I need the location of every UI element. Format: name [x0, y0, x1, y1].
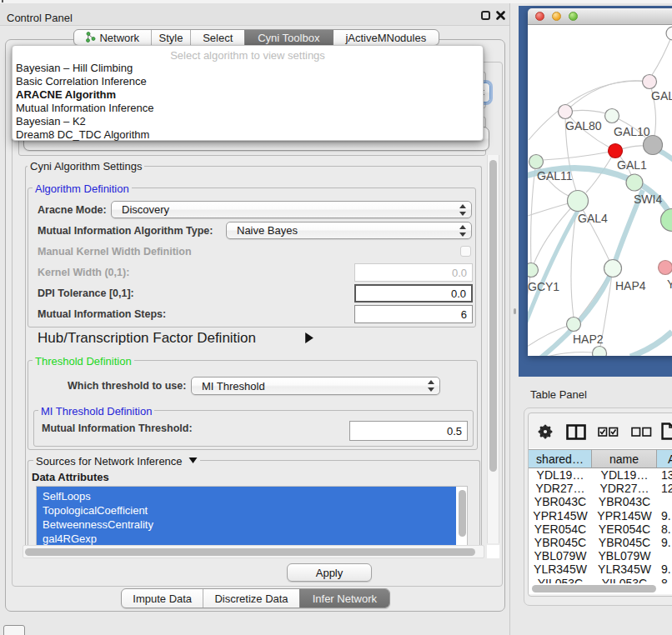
- unchecked-boxes-icon[interactable]: [631, 427, 652, 437]
- settings-vertical-scrollbar-thumb[interactable]: [489, 160, 497, 472]
- network-edge-thick[interactable]: [630, 332, 672, 356]
- table-cell[interactable]: YER054C: [529, 522, 592, 536]
- aracne-mode-combo[interactable]: Discovery: [111, 201, 472, 218]
- network-edge[interactable]: [652, 33, 672, 75]
- network-node[interactable]: [661, 209, 672, 232]
- tab-infer-network[interactable]: Infer Network: [299, 589, 389, 608]
- network-edge[interactable]: [528, 352, 594, 356]
- table-cell[interactable]: YER054C: [592, 522, 657, 536]
- network-edge[interactable]: [528, 203, 569, 218]
- mi-steps-field[interactable]: 6: [354, 305, 473, 323]
- network-node[interactable]: [609, 144, 623, 158]
- table-cell[interactable]: YBR043C: [529, 495, 592, 508]
- combo-arrows-icon: [459, 204, 466, 216]
- table-cell[interactable]: YLR345W: [529, 562, 592, 576]
- dropdown-item[interactable]: Basic Correlation Inference: [15, 75, 474, 88]
- tab-jactivemnodules[interactable]: jActiveMNodules: [333, 30, 439, 45]
- checked-boxes-icon[interactable]: [598, 427, 619, 437]
- network-window-titlebar[interactable]: [528, 8, 672, 25]
- data-attributes-list[interactable]: SelfLoopsTopologicalCoefficientBetweenne…: [36, 486, 468, 547]
- settings-horizontal-scrollbar[interactable]: [23, 545, 484, 558]
- table-cell[interactable]: YBR045C: [529, 536, 592, 549]
- data-attributes-label: Data Attributes: [32, 471, 109, 483]
- network-node[interactable]: [567, 318, 581, 332]
- mi-type-combo[interactable]: Naive Bayes: [226, 222, 472, 239]
- data-attribute-item[interactable]: TopologicalCoefficient: [43, 504, 148, 517]
- network-canvas[interactable]: GALGAL80GAL10GAL1GAL11SWI4GAL4GCY1HAP4YH…: [528, 25, 672, 356]
- network-node[interactable]: [528, 263, 539, 278]
- kernel-width-field[interactable]: 0.0: [354, 263, 473, 282]
- zoom-traffic-light-icon[interactable]: [569, 12, 578, 21]
- network-node[interactable]: [643, 75, 657, 89]
- table-cell[interactable]: YDL19…: [592, 468, 657, 482]
- table-cell[interactable]: YBL079W: [592, 549, 657, 562]
- network-node[interactable]: [559, 105, 573, 119]
- table-cell[interactable]: YLR345W: [592, 562, 657, 576]
- tab-select[interactable]: Select: [190, 30, 244, 45]
- table-cell[interactable]: YBR045C: [592, 536, 657, 549]
- bottom-left-button[interactable]: [3, 625, 25, 635]
- document-icon[interactable]: [661, 422, 672, 440]
- dropdown-item[interactable]: ARACNE Algorithm: [15, 88, 474, 102]
- expand-right-icon[interactable]: [303, 332, 314, 344]
- network-edge[interactable]: [543, 151, 615, 160]
- table-cell[interactable]: YBR043C: [592, 495, 657, 508]
- control-panel-titlebar[interactable]: Control Panel: [0, 3, 510, 26]
- algorithm-dropdown-placeholder: Select algorithm to view settings: [13, 49, 483, 62]
- table-column-header[interactable]: A: [657, 449, 672, 468]
- tab-style[interactable]: Style: [151, 30, 191, 45]
- network-node[interactable]: [593, 347, 607, 357]
- settings-horizontal-scrollbar-thumb[interactable]: [25, 548, 475, 556]
- network-node[interactable]: [604, 260, 622, 278]
- tab-impute-data[interactable]: Impute Data: [122, 589, 203, 608]
- network-node[interactable]: [568, 191, 589, 212]
- dropdown-item[interactable]: Dream8 DC_TDC Algorithm: [15, 128, 474, 142]
- split-divider-handle[interactable]: [514, 308, 516, 314]
- network-node[interactable]: [529, 155, 544, 169]
- list-vertical-scrollbar-thumb[interactable]: [459, 490, 466, 537]
- network-window[interactable]: GALGAL80GAL10GAL1GAL11SWI4GAL4GCY1HAP4YH…: [528, 8, 672, 356]
- table-cell[interactable]: 8.: [661, 522, 672, 536]
- network-node[interactable]: [659, 261, 672, 275]
- tab-cyni-toolbox[interactable]: Cyni Toolbox: [244, 30, 333, 45]
- float-window-icon[interactable]: [481, 11, 490, 20]
- table-cell[interactable]: 9.: [661, 509, 672, 522]
- table-horizontal-scrollbar-thumb[interactable]: [532, 585, 656, 592]
- close-traffic-light-icon[interactable]: [535, 12, 544, 21]
- minimize-traffic-light-icon[interactable]: [552, 12, 561, 21]
- columns-icon[interactable]: [566, 424, 586, 440]
- table-horizontal-scrollbar[interactable]: [529, 583, 672, 594]
- tab-discretize-data[interactable]: Discretize Data: [203, 589, 298, 608]
- network-node[interactable]: [626, 174, 643, 191]
- table-cell[interactable]: YBL079W: [529, 549, 592, 562]
- table-cell[interactable]: YPR145W: [529, 509, 592, 522]
- mi-threshold-field[interactable]: 0.5: [349, 421, 468, 441]
- manual-kernel-checkbox[interactable]: [460, 246, 471, 257]
- network-node[interactable]: [605, 109, 619, 123]
- close-icon[interactable]: [494, 9, 507, 22]
- settings-vertical-scrollbar[interactable]: [487, 155, 499, 543]
- apply-button[interactable]: Apply: [287, 563, 372, 582]
- gear-icon[interactable]: [538, 424, 553, 439]
- table-cell[interactable]: 13.: [661, 468, 672, 482]
- table-column-header[interactable]: shared…: [529, 449, 592, 468]
- data-attribute-item[interactable]: BetweennessCentrality: [43, 518, 153, 531]
- table-column-header[interactable]: name: [592, 449, 657, 468]
- data-attribute-item[interactable]: SelfLoops: [43, 490, 91, 502]
- table-cell[interactable]: 9.: [661, 536, 672, 549]
- table-cell[interactable]: 12.: [661, 482, 672, 495]
- table-cell[interactable]: YDR27…: [592, 482, 657, 495]
- data-attribute-item[interactable]: gal4RGexp: [43, 532, 97, 545]
- network-node[interactable]: [666, 27, 672, 40]
- tab-network[interactable]: Network: [74, 30, 151, 45]
- table-cell[interactable]: YPR145W: [592, 509, 657, 522]
- table-cell[interactable]: YDL19…: [529, 468, 592, 482]
- dpi-tolerance-field[interactable]: 0.0: [354, 284, 473, 302]
- dropdown-item[interactable]: Mutual Information Inference: [15, 102, 474, 115]
- dropdown-item[interactable]: Bayesian – Hill Climbing: [15, 62, 474, 75]
- collapse-down-icon[interactable]: [188, 457, 198, 464]
- which-threshold-combo[interactable]: MI Threshold: [191, 377, 440, 395]
- table-cell[interactable]: YDR27…: [529, 482, 592, 495]
- dropdown-item[interactable]: Bayesian – K2: [15, 115, 474, 128]
- table-cell[interactable]: 9.: [661, 562, 672, 576]
